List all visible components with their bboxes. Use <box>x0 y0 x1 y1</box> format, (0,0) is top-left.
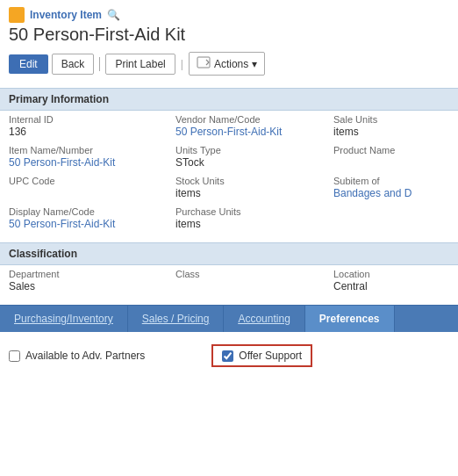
department-field: Department Sales <box>9 269 175 292</box>
page-title: 50 Person-First-Aid Kit <box>9 25 449 45</box>
units-type-label: Units Type <box>175 145 333 155</box>
vendor-name-value: 50 Person-First-Aid-Kit <box>175 126 333 138</box>
class-label: Class <box>175 269 333 279</box>
sale-units-field: Sale Units items <box>333 114 449 138</box>
class-field: Class <box>175 269 333 292</box>
actions-icon <box>197 56 211 71</box>
department-value: Sales <box>9 280 175 292</box>
tab-purchasing[interactable]: Purchasing/Inventory <box>0 306 128 332</box>
print-label-button[interactable]: Print Label <box>105 54 175 75</box>
toolbar: Edit Back Print Label | Actions ▾ <box>9 52 449 76</box>
product-name-field: Product Name <box>333 145 449 169</box>
sale-units-label: Sale Units <box>333 114 449 125</box>
units-type-value: STock <box>175 156 333 169</box>
available-partners-field[interactable]: Available to Adv. Partners <box>9 350 145 362</box>
edit-button[interactable]: Edit <box>9 54 48 74</box>
tab-preferences[interactable]: Preferences <box>305 306 395 332</box>
display-name-field: Display Name/Code 50 Person-First-Aid-Ki… <box>9 206 175 230</box>
offer-support-box[interactable]: Offer Support <box>211 344 312 367</box>
stock-units-value: items <box>175 187 333 199</box>
offer-support-label: Offer Support <box>239 350 302 362</box>
primary-info-header: Primary Information <box>0 88 458 111</box>
offer-support-checkbox[interactable] <box>222 350 233 362</box>
search-icon[interactable]: 🔍 <box>107 9 120 21</box>
stock-units-label: Stock Units <box>175 176 333 186</box>
item-name-field: Item Name/Number 50 Person-First-Aid-Kit <box>9 145 175 169</box>
purchase-units-value: items <box>175 218 333 230</box>
primary-info-fields: Internal ID 136 Vendor Name/Code 50 Pers… <box>0 111 458 242</box>
available-partners-checkbox[interactable] <box>9 350 20 362</box>
department-label: Department <box>9 269 175 279</box>
inventory-item-icon <box>9 7 25 23</box>
upc-label: UPC Code <box>9 176 175 186</box>
upc-field: UPC Code <box>9 176 175 199</box>
classification-fields: Department Sales Class Location Central <box>0 265 458 305</box>
actions-label: Actions ▾ <box>214 58 257 70</box>
stock-units-field: Stock Units items <box>175 176 333 199</box>
toolbar-separator: | <box>181 58 183 70</box>
internal-id-label: Internal ID <box>9 114 175 125</box>
vendor-name-label: Vendor Name/Code <box>175 114 333 125</box>
svg-rect-0 <box>197 57 210 68</box>
display-name-label: Display Name/Code <box>9 206 175 217</box>
location-label: Location <box>333 269 449 279</box>
units-type-field: Units Type STock <box>175 145 333 169</box>
location-field: Location Central <box>333 269 449 292</box>
tabs-bar: Purchasing/Inventory Sales / Pricing Acc… <box>0 305 458 332</box>
tab-accounting[interactable]: Accounting <box>224 306 304 332</box>
subitem-field: Subitem of Bandages and D <box>333 176 449 199</box>
back-button[interactable]: Back <box>52 54 95 75</box>
tab-sales[interactable]: Sales / Pricing <box>128 306 225 332</box>
display-name-value[interactable]: 50 Person-First-Aid-Kit <box>9 218 175 230</box>
purchase-units-label: Purchase Units <box>175 206 333 217</box>
vendor-name-field: Vendor Name/Code 50 Person-First-Aid-Kit <box>175 114 333 138</box>
subitem-label: Subitem of <box>333 176 449 186</box>
internal-id-value: 136 <box>9 126 175 138</box>
actions-button[interactable]: Actions ▾ <box>189 52 265 76</box>
available-partners-label: Available to Adv. Partners <box>25 350 145 362</box>
sale-units-value: items <box>333 126 449 138</box>
item-name-label: Item Name/Number <box>9 145 175 155</box>
toolbar-divider <box>99 57 100 71</box>
tab-content-area: Available to Adv. Partners Offer Support <box>0 332 458 379</box>
item-name-value[interactable]: 50 Person-First-Aid-Kit <box>9 156 175 169</box>
internal-id-field: Internal ID 136 <box>9 114 175 138</box>
content-row: Available to Adv. Partners Offer Support <box>9 341 449 371</box>
purchase-units-field: Purchase Units items <box>175 206 333 230</box>
breadcrumb[interactable]: Inventory Item <box>30 9 102 21</box>
subitem-value[interactable]: Bandages and D <box>333 187 449 199</box>
location-value: Central <box>333 280 449 292</box>
product-name-label: Product Name <box>333 145 449 155</box>
classification-header: Classification <box>0 242 458 265</box>
